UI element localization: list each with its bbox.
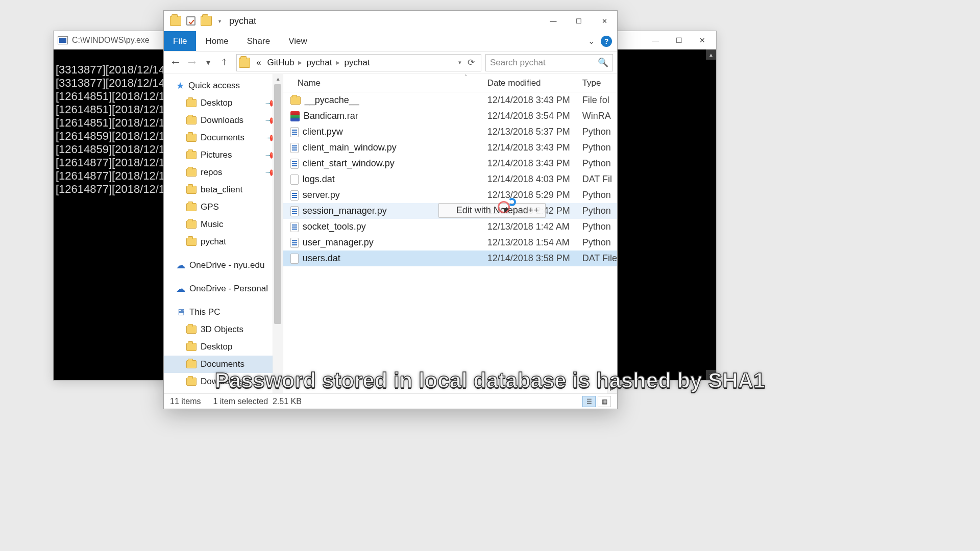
file-name: server.py — [303, 190, 340, 201]
sidebar-item-this-pc[interactable]: 🖥 This PC — [164, 304, 283, 321]
address-dropdown-icon[interactable]: ▾ — [456, 59, 463, 66]
folder-icon — [186, 238, 197, 246]
file-type-icon — [290, 238, 299, 248]
sidebar-item-repos[interactable]: repos 📌 — [164, 164, 283, 181]
sidebar-label: This PC — [189, 307, 220, 317]
sidebar-label: Music — [201, 219, 223, 230]
file-row[interactable]: Bandicam.rar12/14/2018 3:54 PMWinRA — [283, 108, 617, 124]
terminal-scroll-up[interactable]: ▲ — [706, 49, 716, 60]
file-date: 12/14/2018 3:43 PM — [487, 142, 579, 153]
chevron-right-icon[interactable]: ▶ — [335, 60, 341, 65]
sidebar-label: beta_client — [201, 185, 242, 195]
terminal-minimize-button[interactable]: — — [644, 32, 667, 48]
sidebar-item-pictures[interactable]: Pictures 📌 — [164, 146, 283, 164]
scroll-down-icon[interactable]: ▼ — [273, 383, 283, 393]
sidebar-label: Documents — [201, 359, 244, 369]
tab-view[interactable]: View — [279, 31, 316, 51]
search-input[interactable]: Search pychat 🔍 — [485, 54, 613, 71]
hscroll-right-icon[interactable]: ▶ — [607, 383, 617, 393]
terminal-scroll-down[interactable]: ▼ — [706, 370, 716, 380]
breadcrumb-github[interactable]: GitHub — [264, 58, 297, 68]
file-row[interactable]: __pycache__12/14/2018 3:43 PMFile fol — [283, 92, 617, 108]
file-row[interactable]: logs.dat12/14/2018 4:03 PMDAT Fil — [283, 171, 617, 187]
folder-icon — [186, 220, 197, 229]
file-name: Bandicam.rar — [304, 111, 358, 121]
context-menu-item-edit-notepadpp[interactable]: Edit with Notepad++ — [438, 203, 546, 218]
minimize-button[interactable]: — — [541, 11, 566, 31]
sidebar-label: pychat — [201, 237, 226, 247]
maximize-button[interactable]: ☐ — [566, 11, 592, 31]
file-date: 12/14/2018 3:54 PM — [487, 111, 579, 121]
nav-back-button[interactable]: 🡐 — [168, 55, 183, 71]
scroll-thumb[interactable] — [274, 84, 281, 324]
sidebar-item-beta-client[interactable]: beta_client — [164, 181, 283, 198]
sidebar-scrollbar[interactable]: ▲ ▼ — [273, 74, 283, 393]
folder-icon — [186, 203, 197, 211]
chevron-right-icon[interactable]: ▶ — [297, 60, 303, 65]
terminal-line: [12614851][2018/12/1 — [56, 116, 165, 129]
folder-icon — [186, 343, 197, 351]
file-row[interactable]: server.py12/13/2018 5:29 PMPython — [283, 187, 617, 203]
view-details-button[interactable]: ☰ — [582, 396, 596, 407]
scroll-up-icon[interactable]: ▲ — [273, 74, 283, 84]
terminal-maximize-button[interactable]: ☐ — [667, 32, 691, 48]
sidebar-item-desktop-pc[interactable]: Desktop — [164, 338, 283, 356]
column-header-type[interactable]: Type — [579, 78, 617, 88]
address-bar[interactable]: « GitHub ▶ pychat ▶ pychat ▾ ⟳ — [236, 54, 481, 71]
tab-file[interactable]: File — [164, 31, 196, 51]
file-list-pane[interactable]: Name ˄ Date modified Type __pycache__12/… — [283, 74, 617, 393]
tab-share[interactable]: Share — [238, 31, 279, 51]
qat-dropdown-icon[interactable]: ▾ — [217, 18, 222, 23]
explorer-titlebar[interactable]: ▾ pychat — ☐ ✕ — [164, 11, 617, 31]
sidebar-label: 3D Objects — [201, 324, 243, 335]
file-row[interactable]: client_main_window.py12/14/2018 3:43 PMP… — [283, 140, 617, 156]
file-date: 12/14/2018 3:58 PM — [487, 253, 579, 264]
breadcrumb-pychat[interactable]: pychat — [303, 58, 335, 68]
sidebar-item-onedrive-nyu[interactable]: ☁ OneDrive - nyu.edu — [164, 257, 283, 274]
sidebar-item-pychat[interactable]: pychat — [164, 233, 283, 251]
view-large-icons-button[interactable]: ▦ — [598, 396, 611, 407]
close-button[interactable]: ✕ — [592, 11, 617, 31]
sidebar-item-downloads-pc[interactable]: Downloads — [164, 373, 283, 390]
column-header-name[interactable]: Name ˄ — [283, 78, 487, 88]
folder-icon — [186, 360, 197, 368]
tab-home[interactable]: Home — [196, 31, 237, 51]
file-row[interactable]: client.pyw12/13/2018 5:37 PMPython — [283, 124, 617, 140]
help-icon[interactable]: ? — [601, 36, 612, 47]
sidebar-item-onedrive-personal[interactable]: ☁ OneDrive - Personal — [164, 280, 283, 297]
folder-icon — [186, 134, 197, 142]
terminal-close-button[interactable]: ✕ — [691, 32, 714, 48]
sidebar-item-downloads[interactable]: Downloads 📌 — [164, 112, 283, 129]
file-date: 12/13/2018 5:37 PM — [487, 127, 579, 137]
file-row[interactable]: user_manager.py12/13/2018 1:54 AMPython — [283, 235, 617, 251]
file-date: 12/13/2018 5:29 PM — [487, 190, 579, 201]
breadcrumb-pychat-inner[interactable]: pychat — [341, 58, 373, 68]
file-name: users.dat — [303, 253, 340, 264]
sidebar-item-music[interactable]: Music — [164, 216, 283, 233]
column-header-date[interactable]: Date modified — [487, 78, 579, 88]
sidebar-item-3d-objects[interactable]: 3D Objects — [164, 321, 283, 338]
file-row[interactable]: client_start_window.py12/14/2018 3:43 PM… — [283, 156, 617, 171]
sidebar-label: repos — [201, 167, 223, 178]
col-name-label: Name — [298, 78, 321, 88]
nav-forward-button[interactable]: 🡒 — [184, 55, 200, 71]
refresh-button[interactable]: ⟳ — [463, 57, 479, 68]
sidebar-label: OneDrive - nyu.edu — [189, 260, 264, 270]
nav-up-button[interactable]: 🡑 — [217, 55, 232, 71]
sidebar-item-documents-pc[interactable]: Documents — [164, 356, 283, 373]
folder-icon — [186, 116, 197, 124]
properties-check-icon[interactable] — [186, 16, 195, 26]
sidebar-item-quick-access[interactable]: ★ Quick access — [164, 77, 283, 94]
new-folder-icon[interactable] — [201, 16, 212, 26]
file-row[interactable]: users.dat12/14/2018 3:58 PMDAT File — [283, 251, 617, 266]
sidebar-label: OneDrive - Personal — [189, 284, 268, 294]
search-icon[interactable]: 🔍 — [598, 57, 608, 68]
file-date: 12/14/2018 4:03 PM — [487, 174, 579, 185]
ribbon-collapse-icon[interactable]: ⌄ — [583, 31, 599, 51]
sidebar-item-gps[interactable]: GPS — [164, 198, 283, 216]
file-row[interactable]: socket_tools.py12/13/2018 1:42 AMPython — [283, 219, 617, 235]
sidebar-item-documents[interactable]: Documents 📌 — [164, 129, 283, 146]
nav-history-dropdown[interactable]: ▾ — [201, 55, 216, 71]
sidebar-item-desktop[interactable]: Desktop 📌 — [164, 94, 283, 112]
navigation-pane: ★ Quick access Desktop 📌 Downloads 📌 Doc… — [164, 74, 283, 393]
